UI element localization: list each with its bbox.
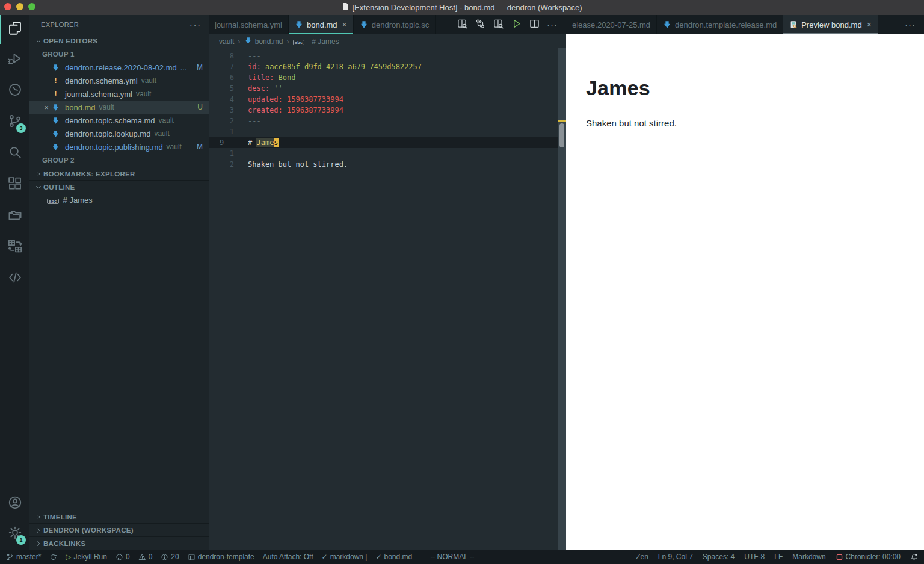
status-markdown-check[interactable]: ✓markdown | (322, 553, 368, 561)
file-name: bond.md (65, 103, 96, 112)
code-line[interactable]: 8--- (209, 51, 566, 61)
activity-source-control-button[interactable]: 3 (0, 107, 29, 138)
status-notifications[interactable] (910, 553, 918, 561)
status-auto-attach[interactable]: Auto Attach: Off (263, 553, 313, 561)
activity-table-layout-button[interactable] (0, 232, 29, 263)
line-number: 7 (209, 61, 239, 72)
code-line[interactable]: 7id: aacc685f-d9fd-4218-a679-7459d582225… (209, 61, 566, 72)
status-eol[interactable]: LF (774, 553, 783, 561)
code-line[interactable]: 1 (209, 126, 566, 137)
sidebar-more-actions-button[interactable]: ··· (189, 20, 202, 29)
outline-item-james[interactable]: abc# James (29, 193, 209, 206)
status-warnings[interactable]: 0 (138, 553, 153, 561)
code-line[interactable]: 3created: 1596387733994 (209, 105, 566, 116)
open-editor-item-dendron-schema-yml[interactable]: !dendron.schema.ymlvault (29, 74, 209, 87)
scrollbar-thumb[interactable] (559, 123, 564, 147)
status-bond-check[interactable]: ✓bond.md (375, 553, 412, 561)
breadcrumb-item-james[interactable]: abc# James (293, 37, 339, 46)
more-actions-button[interactable]: ··· (543, 15, 561, 34)
section-label: TIMELINE (43, 513, 77, 521)
open-editor-item-dendron-topic-publishing-md[interactable]: dendron.topic.publishing.mdvaultM (29, 140, 209, 153)
dendron-file-icon (52, 130, 63, 138)
open-preview-button[interactable] (489, 15, 507, 34)
close-window-button[interactable] (4, 3, 11, 10)
status-chronicler[interactable]: Chronicler: 00:00 (836, 553, 901, 561)
open-editors-header[interactable]: OPEN EDITORS (29, 34, 209, 48)
settings-badge: 1 (16, 535, 26, 545)
close-icon[interactable]: × (867, 20, 872, 29)
activity-folders-button[interactable] (0, 200, 29, 232)
code-editor[interactable]: 8---7id: aacc685f-d9fd-4218-a679-7459d58… (209, 48, 566, 550)
code-line[interactable]: 6title: Bond (209, 72, 566, 83)
activity-account-button[interactable] (0, 489, 29, 518)
git-status-badge: U (197, 103, 203, 111)
code-line[interactable]: 2Shaken but not stirred. (209, 159, 566, 170)
editor-scrollbar[interactable] (558, 48, 566, 550)
chronicler-icon (836, 553, 843, 561)
close-icon[interactable]: × (41, 103, 52, 112)
sidebar-section-backlinks[interactable]: BACKLINKS (29, 536, 209, 550)
sidebar-section-bookmarks-explorer[interactable]: BOOKMARKS: EXPLORER (29, 167, 209, 180)
breadcrumb[interactable]: vault›bond.md›abc# James (209, 34, 566, 48)
file-path-suffix: vault (141, 76, 156, 85)
sidebar-section-outline[interactable]: OUTLINE (29, 180, 209, 193)
open-editor-item-journal-schema-yml[interactable]: !journal.schema.ymlvault (29, 87, 209, 101)
status-sync[interactable] (49, 553, 57, 561)
code-line[interactable]: 5desc: '' (209, 83, 566, 94)
code-token: Shaken but not stirred. (248, 160, 348, 169)
close-icon[interactable]: × (342, 20, 347, 29)
status-workspace-name[interactable]: dendron-template (188, 553, 254, 561)
status-jekyll-run[interactable]: ▷Jekyll Run (66, 553, 107, 561)
activity-code-button[interactable] (0, 263, 29, 294)
open-preview-side-button[interactable] (453, 15, 471, 34)
status-vim-mode[interactable]: -- NORMAL -- (430, 553, 475, 561)
run-icon (511, 19, 522, 31)
status-cursor-position[interactable]: Ln 9, Col 7 (658, 553, 693, 561)
activity-explorer-button[interactable] (0, 15, 29, 44)
status-label: Ln 9, Col 7 (658, 553, 693, 561)
open-editor-item-dendron-release-2020-08-02-md[interactable]: dendron.release.2020-08-02.md...M (29, 61, 209, 74)
overview-ruler-marker (558, 120, 566, 122)
breadcrumb-item-bond-md[interactable]: bond.md (244, 37, 283, 46)
tab-preview-bond-md[interactable]: Preview bond.md× (783, 15, 878, 34)
open-editor-item-dendron-topic-schema-md[interactable]: dendron.topic.schema.mdvault (29, 114, 209, 127)
activity-run-debug-button[interactable] (0, 44, 29, 75)
status-language-mode[interactable]: Markdown (792, 553, 825, 561)
breadcrumb-item-vault[interactable]: vault (219, 37, 234, 46)
status-git-branch[interactable]: master* (6, 553, 41, 561)
sidebar-section-timeline[interactable]: TIMELINE (29, 510, 209, 523)
status-zen[interactable]: Zen (636, 553, 648, 561)
tab-dendron-topic-sc[interactable]: dendron.topic.sc (354, 15, 436, 34)
open-editor-item-dendron-topic-lookup-md[interactable]: dendron.topic.lookup.mdvault (29, 127, 209, 140)
tab-bond-md[interactable]: bond.md× (289, 15, 354, 34)
more-actions-button[interactable]: ··· (901, 15, 919, 34)
activity-clock-button[interactable] (0, 75, 29, 107)
status-indentation[interactable]: Spaces: 4 (703, 553, 735, 561)
minimize-window-button[interactable] (16, 3, 23, 10)
status-errors[interactable]: 0 (116, 553, 130, 561)
file-name: dendron.topic.publishing.md (65, 143, 163, 152)
status-encoding[interactable]: UTF-8 (744, 553, 765, 561)
code-line-current[interactable]: 9# James (209, 137, 566, 148)
yaml-warning-icon: ! (52, 90, 63, 98)
activity-extensions-button[interactable] (0, 169, 29, 200)
tab-journal-schema-yml[interactable]: journal.schema.yml (209, 15, 289, 34)
code-line[interactable]: 2--- (209, 116, 566, 126)
zoom-window-button[interactable] (28, 3, 35, 10)
sync-icon (49, 553, 57, 561)
title-bar: [Extension Development Host] - bond.md —… (0, 0, 924, 15)
split-editor-button[interactable] (525, 15, 543, 34)
code-line[interactable]: 1 (209, 148, 566, 159)
run-button[interactable] (507, 15, 525, 34)
status-infos[interactable]: 20 (161, 553, 179, 561)
activity-search-button[interactable] (0, 138, 29, 169)
code-line[interactable]: 4updated: 1596387733994 (209, 94, 566, 105)
git-compare-button[interactable] (471, 15, 489, 34)
status-label: 20 (171, 553, 179, 561)
open-editor-item-bond-md[interactable]: ×bond.mdvaultU (29, 101, 209, 114)
sidebar-section-dendron-workspace[interactable]: DENDRON (WORKSPACE) (29, 523, 209, 536)
tab-elease-2020-07-25-md[interactable]: elease.2020-07-25.md (566, 15, 657, 34)
tab-dendron-template-release-md[interactable]: dendron.template.release.md (657, 15, 783, 34)
activity-settings-button[interactable]: 1 (0, 518, 29, 550)
extensions-icon (8, 176, 22, 193)
